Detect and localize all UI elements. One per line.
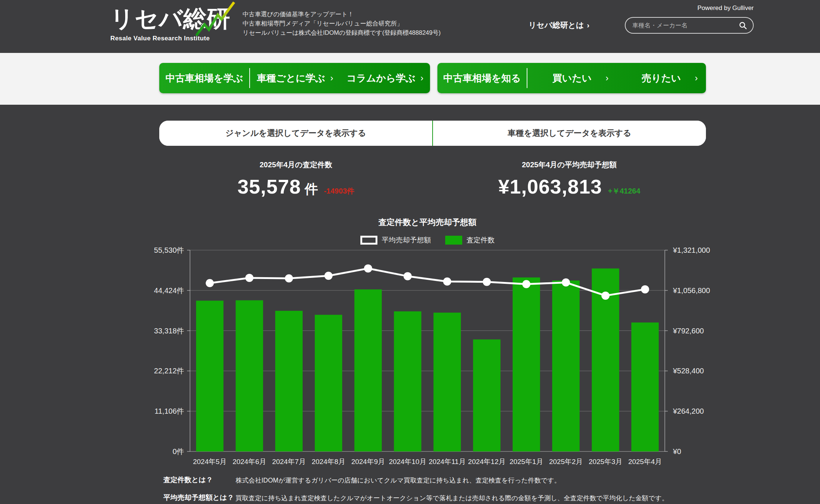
x-axis-label: 2024年9月 — [351, 458, 385, 466]
definitions: 査定件数とは？ 株式会社IDOMが運営するガリバーの店舗においてクルマ買取査定に… — [163, 475, 710, 504]
main-content: ジャンルを選択してデータを表示する 車種を選択してデータを表示する 2025年4… — [159, 121, 737, 504]
line-marker — [206, 279, 214, 287]
stat-assessment-count: 2025年4月の査定件数 35,578 件 -14903件 — [159, 160, 433, 198]
bar — [631, 323, 659, 452]
left-axis-label: 22,212件 — [154, 367, 184, 375]
right-axis-label: ¥0 — [673, 447, 681, 456]
chart-legend: 平均売却予想額 査定件数 — [190, 235, 665, 245]
x-axis-label: 2025年1月 — [510, 458, 543, 466]
stat-value: 35,578 — [237, 175, 301, 198]
logo[interactable]: リセバ総研 Resale Value Research Institute — [110, 4, 233, 42]
tagline-line-1: 中古車選びの価値基準をアップデート！ — [243, 10, 441, 19]
line-marker — [245, 274, 253, 282]
chart-header: 査定件数と平均売却予想額 平均売却予想額 査定件数 — [159, 217, 706, 245]
x-axis-label: 2025年3月 — [589, 458, 622, 466]
bar — [513, 278, 540, 451]
tagline-line-3: リセールバリューは株式会社IDOMの登録商標です(登録商標4888249号) — [243, 28, 441, 37]
chevron-right-icon: › — [606, 73, 609, 83]
bar — [236, 300, 263, 452]
legend-line-label: 平均売却予想額 — [382, 235, 431, 245]
definition-assessment-count: 査定件数とは？ 株式会社IDOMが運営するガリバーの店舗においてクルマ買取査定に… — [163, 475, 710, 485]
summary-stats: 2025年4月の査定件数 35,578 件 -14903件 2025年4月の平均… — [159, 160, 706, 198]
bar — [394, 311, 421, 451]
nav-group-know: 中古車相場を知る 買いたい › 売りたい › — [437, 63, 706, 93]
definition-description: 株式会社IDOMが運営するガリバーの店舗においてクルマ買取査定に持ち込まれ、査定… — [236, 475, 561, 485]
line-marker — [483, 278, 491, 286]
nav-item-label: 車種ごとに学ぶ — [257, 72, 325, 85]
stat-value: ¥1,063,813 — [498, 175, 602, 198]
chevron-right-icon: › — [420, 73, 423, 83]
tab-label: ジャンルを選択してデータを表示する — [225, 128, 366, 139]
line-marker — [443, 278, 451, 286]
tab-label: 車種を選択してデータを表示する — [507, 128, 631, 139]
nav-item-buy[interactable]: 買いたい › — [527, 63, 617, 93]
chevron-right-icon: › — [587, 21, 589, 29]
legend-bar-label: 査定件数 — [467, 235, 495, 245]
stat-change-positive: +￥41264 — [608, 186, 640, 196]
about-link[interactable]: リセバ総研とは› — [529, 20, 589, 30]
nav-item-learn-by-model[interactable]: 車種ごとに学ぶ › — [250, 63, 340, 93]
line-series — [210, 268, 645, 296]
line-marker — [285, 274, 293, 282]
bar — [315, 315, 342, 451]
line-marker — [522, 280, 530, 288]
stat-average-price: 2025年4月の平均売却予想額 ¥1,063,813 +￥41264 — [433, 160, 706, 198]
definition-line: 買取査定に持ち込まれ査定検査したクルマがオートオークション等で落札または売却され… — [236, 493, 668, 503]
definition-description: 買取査定に持ち込まれ査定検査したクルマがオートオークション等で落札または売却され… — [236, 493, 668, 504]
stat-unit: 件 — [304, 180, 318, 198]
x-axis-label: 2024年6月 — [233, 458, 266, 466]
stat-label: 2025年4月の平均売却予想額 — [433, 160, 706, 170]
bar — [433, 313, 461, 451]
nav-item-learn-market[interactable]: 中古車相場を学ぶ — [159, 63, 249, 93]
search-icon[interactable] — [739, 21, 747, 30]
definition-term: 平均売却予想額とは？ — [163, 493, 236, 504]
left-axis-label: 0件 — [173, 447, 184, 456]
line-marker — [324, 272, 333, 280]
x-axis-label: 2024年8月 — [311, 458, 345, 466]
nav-item-label: 買いたい — [553, 72, 592, 85]
x-axis-label: 2025年2月 — [549, 458, 583, 466]
right-axis-label: ¥264,200 — [673, 407, 704, 415]
logo-title-text: リセバ総研 — [110, 6, 230, 31]
main-nav: 中古車相場を学ぶ 車種ごとに学ぶ › コラムから学ぶ › 中古車相場を知る 買い… — [0, 53, 820, 105]
search-box[interactable] — [625, 17, 754, 34]
stat-change-negative: -14903件 — [324, 186, 354, 196]
search-input[interactable] — [632, 22, 739, 29]
legend-bar-swatch — [445, 236, 462, 245]
nav-item-label: 中古車相場を知る — [443, 72, 521, 85]
tab-select-model[interactable]: 車種を選択してデータを表示する — [433, 121, 706, 146]
line-marker — [364, 264, 372, 272]
bar — [196, 301, 223, 452]
chevron-right-icon: › — [695, 73, 698, 83]
x-axis-label: 2024年12月 — [468, 458, 506, 466]
left-axis-label: 33,318件 — [154, 327, 184, 335]
line-marker — [404, 272, 412, 280]
combo-chart: 0件¥011,106件¥264,20022,212件¥528,40033,318… — [159, 245, 737, 467]
nav-item-label: 中古車相場を学ぶ — [166, 72, 243, 85]
x-axis-label: 2024年10月 — [389, 458, 426, 466]
about-link-label: リセバ総研とは — [529, 21, 584, 29]
left-axis-label: 55,530件 — [154, 246, 184, 254]
right-axis-label: ¥792,600 — [673, 327, 704, 335]
bar — [275, 311, 303, 451]
chevron-right-icon: › — [330, 73, 333, 83]
site-tagline: 中古車選びの価値基準をアップデート！ 中古車相場専門メディア「リセールバリュー総… — [243, 10, 441, 37]
data-mode-tabs: ジャンルを選択してデータを表示する 車種を選択してデータを表示する — [159, 121, 706, 146]
definition-line: 株式会社IDOMが運営するガリバーの店舗においてクルマ買取査定に持ち込まれ、査定… — [236, 475, 561, 485]
bar — [552, 280, 580, 451]
nav-item-label: コラムから学ぶ — [347, 72, 416, 85]
definition-average-price: 平均売却予想額とは？ 買取査定に持ち込まれ査定検査したクルマがオートオークション… — [163, 493, 710, 504]
nav-item-sell[interactable]: 売りたい › — [617, 63, 706, 93]
nav-item-label: 売りたい — [642, 72, 681, 85]
nav-item-learn-from-column[interactable]: コラムから学ぶ › — [340, 63, 430, 93]
line-marker — [641, 285, 649, 293]
right-axis-label: ¥1,056,800 — [673, 286, 710, 295]
line-marker — [601, 292, 610, 300]
tab-select-genre[interactable]: ジャンルを選択してデータを表示する — [159, 121, 432, 146]
nav-item-know-market[interactable]: 中古車相場を知る — [437, 63, 527, 93]
logo-title: リセバ総研 — [110, 4, 233, 34]
bar — [473, 339, 500, 451]
left-axis-label: 11,106件 — [154, 407, 184, 415]
logo-subtitle: Resale Value Research Institute — [110, 35, 233, 42]
x-axis-label: 2024年7月 — [272, 458, 306, 466]
